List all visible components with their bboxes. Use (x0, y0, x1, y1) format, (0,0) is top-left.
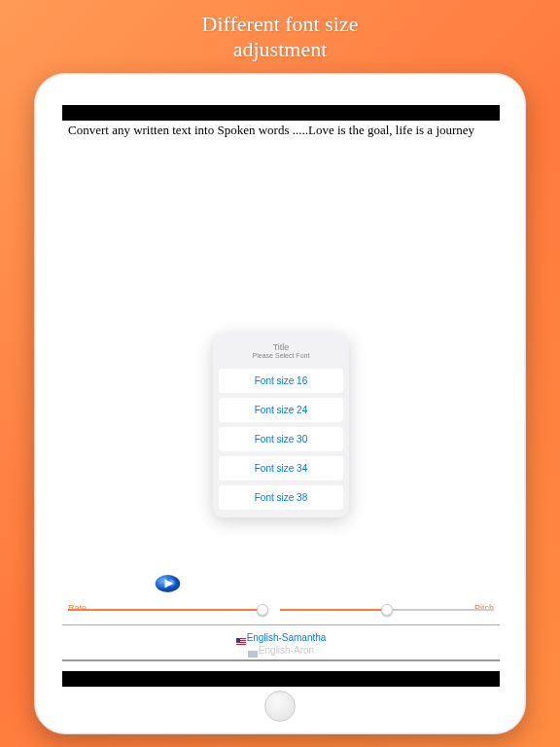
pitch-slider[interactable] (280, 609, 494, 611)
svg-rect-7 (248, 651, 258, 658)
tablet-frame: Convert any written text into Spoken wor… (34, 73, 526, 734)
font-option-34[interactable]: Font size 34 (219, 456, 343, 480)
popover-header: Title Please Select Font (219, 339, 343, 364)
voice-next[interactable]: English-Aron (62, 644, 500, 657)
popover-subtitle: Please Select Font (219, 352, 343, 364)
rate-slider[interactable] (68, 609, 262, 611)
home-button[interactable] (264, 691, 296, 722)
flag-us-icon (236, 635, 246, 642)
font-option-24[interactable]: Font size 24 (219, 398, 343, 422)
font-option-30[interactable]: Font size 30 (219, 427, 343, 451)
rate-label: Rate (68, 603, 87, 613)
svg-rect-5 (236, 638, 240, 642)
play-icon (155, 574, 184, 593)
promo-heading: Different font size adjustment (0, 0, 560, 63)
voice-picker[interactable]: English-Samantha English-Aron (62, 624, 500, 661)
font-option-16[interactable]: Font size 16 (219, 369, 343, 393)
font-option-38[interactable]: Font size 38 (219, 485, 343, 510)
editor-text: Convert any written text into Spoken wor… (68, 123, 474, 137)
voice-selected[interactable]: English-Samantha (62, 631, 500, 644)
play-button[interactable] (155, 574, 184, 593)
text-input-area[interactable]: Convert any written text into Spoken wor… (62, 121, 500, 140)
flag-gb-icon (248, 648, 258, 655)
status-bar-top (62, 105, 500, 121)
app-screen: Convert any written text into Spoken wor… (62, 105, 500, 687)
heading-line2: adjustment (233, 37, 328, 61)
heading-line1: Different font size (202, 12, 359, 36)
popover-title: Title (219, 339, 343, 352)
font-size-popover: Title Please Select Font Font size 16 Fo… (213, 334, 349, 517)
pitch-label: Pitch (474, 603, 494, 613)
bottom-bar (62, 671, 500, 687)
svg-rect-4 (236, 643, 246, 644)
